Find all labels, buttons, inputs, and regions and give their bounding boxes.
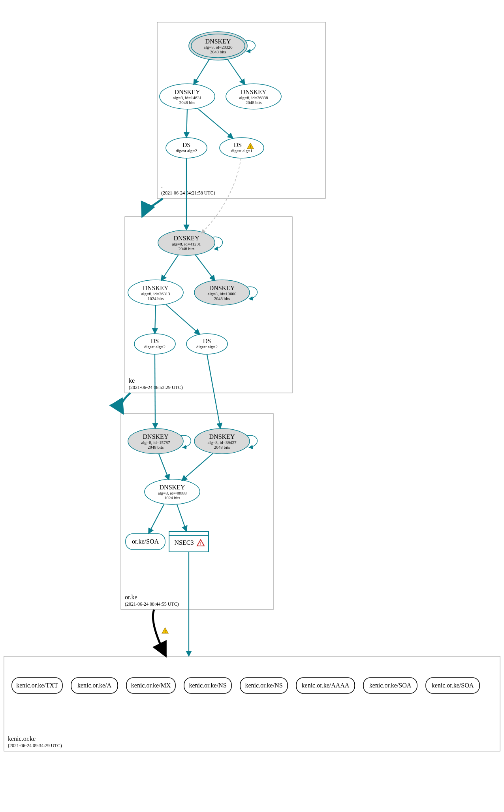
svg-text:DNSKEY: DNSKEY [160,484,185,491]
svg-text:2048 bits: 2048 bits [179,246,195,251]
svg-text:alg=8, id=14631: alg=8, id=14631 [173,95,202,100]
edge [161,255,179,281]
edge [186,109,187,138]
node-ke-ds2: DS digest alg=2 [186,334,228,354]
node-root-ksk: DNSKEY alg=8, id=20326 2048 bits [189,32,247,60]
zone-name-kenic: kenic.or.ke [8,735,36,742]
node-root-zsk2: DNSKEY alg=8, id=26838 2048 bits [226,84,281,109]
svg-text:DNSKEY: DNSKEY [241,89,267,95]
node-root-zsk1: DNSKEY alg=8, id=14631 2048 bits [160,84,215,109]
node-orke-zsk: DNSKEY alg=8, id=48888 1024 bits [145,479,200,504]
node-ke-ksk: DNSKEY alg=8, id=41201 2048 bits [158,230,215,255]
svg-text:2048 bits: 2048 bits [210,49,226,54]
svg-text:digest alg=2: digest alg=2 [144,344,165,349]
svg-text:alg=8, id=48888: alg=8, id=48888 [158,491,187,495]
svg-text:DS: DS [182,142,190,148]
svg-text:DNSKEY: DNSKEY [143,285,169,291]
node-orke-ksk1: DNSKEY alg=8, id=15787 2048 bits [128,429,183,454]
node-root-ds2: DS ! digest alg=1 [220,138,264,158]
svg-text:!: ! [164,629,165,634]
node-kenic-ns1: kenic.or.ke/NS [184,678,231,693]
svg-text:!: ! [200,541,201,546]
zone-name-root: . [161,183,163,189]
svg-text:kenic.or.ke/NS: kenic.or.ke/NS [245,682,282,689]
svg-text:DS: DS [203,338,211,344]
svg-text:kenic.or.ke/A: kenic.or.ke/A [77,682,112,689]
svg-text:2048 bits: 2048 bits [179,100,196,105]
edge [177,504,186,531]
svg-text:alg=8, id=41201: alg=8, id=41201 [172,242,201,246]
edge [194,59,209,85]
warning-icon: ! [162,628,168,634]
node-nsec3: NSEC3 ! [169,531,209,552]
node-kenic-ns2: kenic.or.ke/NS [240,678,288,693]
zone-time-orke: (2021-06-24 08:44:55 UTC) [125,601,179,607]
svg-text:2048 bits: 2048 bits [246,100,262,105]
node-kenic-aaaa: kenic.or.ke/AAAA [296,678,355,693]
edge [166,304,200,334]
svg-text:DNSKEY: DNSKEY [143,433,169,440]
svg-text:alg=8, id=39427: alg=8, id=39427 [208,440,237,445]
svg-text:digest alg=1: digest alg=1 [231,148,252,153]
edge-root-to-ke [142,198,163,217]
svg-text:or.ke/SOA: or.ke/SOA [132,538,159,545]
edge [155,354,155,429]
zone-name-ke: ke [129,377,135,384]
svg-text:1024 bits: 1024 bits [164,495,181,500]
edge-ds2-to-ke-ksk [201,158,241,233]
svg-text:DNSKEY: DNSKEY [209,285,235,291]
svg-text:kenic.or.ke/NS: kenic.or.ke/NS [189,682,226,689]
svg-text:DNSKEY: DNSKEY [175,89,200,95]
zone-time-ke: (2021-06-24 06:53:29 UTC) [129,385,183,390]
svg-text:alg=8, id=26313: alg=8, id=26313 [141,291,170,296]
svg-text:NSEC3: NSEC3 [175,539,194,546]
dnssec-diagram: . (2021-06-24 04:21:58 UTC) ke (2021-06-… [0,0,504,812]
svg-text:kenic.or.ke/SOA: kenic.or.ke/SOA [432,682,474,689]
node-kenic-mx: kenic.or.ke/MX [126,678,175,693]
node-root-ds1: DS digest alg=2 [166,138,207,158]
svg-text:kenic.or.ke/MX: kenic.or.ke/MX [131,682,171,689]
svg-text:1024 bits: 1024 bits [148,296,164,301]
zone-time-root: (2021-06-24 04:21:58 UTC) [161,190,215,196]
edge [182,453,213,481]
node-ke-other: DNSKEY alg=8, id=10600 2048 bits [194,280,250,305]
svg-text:2048 bits: 2048 bits [214,296,230,301]
svg-text:alg=8, id=15787: alg=8, id=15787 [141,440,170,445]
svg-text:DNSKEY: DNSKEY [205,38,231,45]
svg-text:DS: DS [151,338,159,344]
svg-text:DNSKEY: DNSKEY [174,235,199,242]
edge [207,354,220,429]
svg-text:kenic.or.ke/AAAA: kenic.or.ke/AAAA [302,682,350,689]
svg-text:alg=8, id=26838: alg=8, id=26838 [239,95,268,100]
edge [195,255,215,281]
zone-time-kenic: (2021-06-24 09:34:29 UTC) [8,743,62,748]
edge-ke-to-orke [121,393,130,414]
svg-text:DS: DS [234,142,242,148]
edge [149,504,164,534]
svg-text:digest alg=2: digest alg=2 [196,344,218,349]
zone-box-kenic [4,656,500,751]
node-kenic-a: kenic.or.ke/A [71,678,118,693]
svg-text:2048 bits: 2048 bits [214,445,230,449]
svg-text:kenic.or.ke/TXT: kenic.or.ke/TXT [16,682,58,689]
svg-text:DNSKEY: DNSKEY [209,433,235,440]
node-kenic-soa1: kenic.or.ke/SOA [363,678,417,693]
node-orke-soa: or.ke/SOA [126,534,165,550]
zone-name-orke: or.ke [125,594,137,601]
svg-text:digest alg=2: digest alg=2 [176,148,197,153]
node-ke-zsk: DNSKEY alg=8, id=26313 1024 bits [128,280,183,305]
svg-text:alg=8, id=20326: alg=8, id=20326 [204,45,233,49]
edge [228,59,245,85]
svg-text:2048 bits: 2048 bits [148,445,164,449]
edge [159,454,169,480]
svg-text:kenic.or.ke/SOA: kenic.or.ke/SOA [369,682,412,689]
node-kenic-txt: kenic.or.ke/TXT [12,678,62,693]
edge [155,305,156,334]
rrset-row: kenic.or.ke/TXT kenic.or.ke/A kenic.or.k… [12,678,480,693]
edge [197,108,233,138]
node-ke-ds1: DS digest alg=2 [134,334,175,354]
node-kenic-soa2: kenic.or.ke/SOA [426,678,480,693]
node-orke-ksk2: DNSKEY alg=8, id=39427 2048 bits [194,429,250,454]
svg-text:alg=8, id=10600: alg=8, id=10600 [208,291,237,296]
